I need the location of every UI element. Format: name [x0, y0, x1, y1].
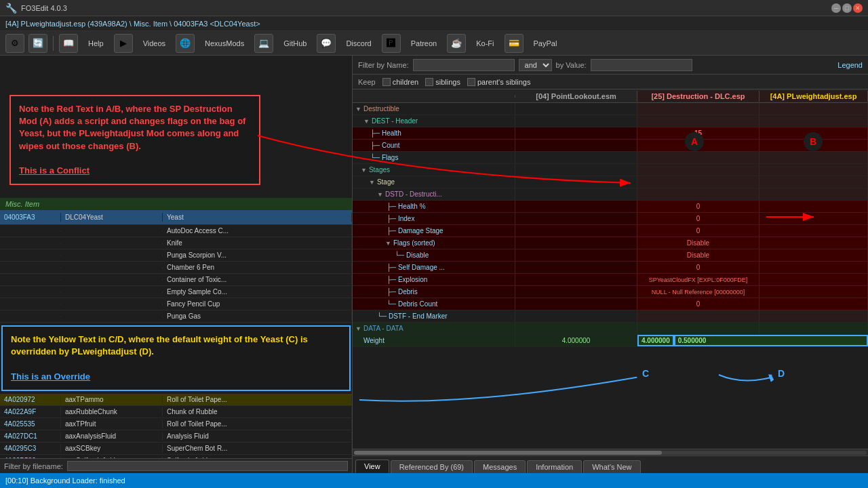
filter-name-label: Filter by Name: [358, 61, 409, 69]
tree-cell-4a [760, 298, 868, 310]
tree-cell-4a [760, 127, 868, 139]
keep-children-checkbox[interactable] [382, 78, 391, 86]
tree-row-debris[interactable]: ├─ Debris NULL - Null Reference [0000000… [353, 286, 868, 298]
list-item[interactable]: Knife [0, 237, 352, 249]
keep-siblings[interactable]: siblings [425, 78, 460, 86]
list-item[interactable]: 4A0295C3 aaxSCBkey SuperChem Bot R... [0, 443, 352, 455]
tree-cell-25 [637, 176, 760, 188]
tree-row-count[interactable]: ├─ Count 1 [353, 140, 868, 152]
override-link[interactable]: This is an Override [11, 371, 90, 382]
toolbar-help-icon[interactable]: 📖 [59, 34, 78, 53]
tree-row-dest[interactable]: ▼ DEST - Header [353, 115, 868, 127]
tree-row-destructible[interactable]: ▼ Destructible [353, 103, 868, 115]
discord-label[interactable]: Discord [340, 39, 377, 48]
tree-row-selfdamage[interactable]: ├─ Self Damage ... 0 [353, 262, 868, 274]
paypal-label[interactable]: PayPal [528, 39, 564, 48]
tree-row-dstd[interactable]: ▼ DSTD - Destructi... [353, 188, 868, 201]
horizontal-scrollbar[interactable] [353, 449, 868, 455]
tab-view[interactable]: View [355, 460, 389, 473]
filter-name-input[interactable] [413, 59, 515, 71]
list-item[interactable]: Punga Scorpion V... [0, 249, 352, 262]
tree-row-flagssorted[interactable]: ▼ Flags (sorted) Disable [353, 237, 868, 249]
toolbar-refresh[interactable]: 🔄 [28, 34, 47, 53]
tree-row-debriscount[interactable]: └─ Debris Count 0 [353, 298, 868, 310]
list-row-selected[interactable]: 04003FA3 DLC04Yeast Yeast [0, 210, 352, 225]
tree-row-stages[interactable]: ▼ Stages [353, 164, 868, 176]
nexus-label[interactable]: NexusMods [199, 39, 250, 48]
list-item[interactable]: Empty Sample Co... [0, 286, 352, 298]
tree-cell-04 [515, 298, 637, 310]
col-header-04: [04] PointLookout.esm [515, 91, 637, 102]
close-button[interactable]: ✕ [853, 3, 863, 13]
list-item[interactable]: Container of Toxic... [0, 274, 352, 286]
tree-cell-25: 1 [637, 140, 760, 151]
conflict-link[interactable]: This is a Conflict [19, 165, 90, 176]
toolbar-video-icon[interactable]: ▶ [114, 34, 133, 53]
tree-row-stage[interactable]: ▼ Stage [353, 176, 868, 188]
toolbar-discord-icon[interactable]: 💬 [317, 34, 336, 53]
tree-row-data[interactable]: ▼ DATA - DATA [353, 323, 868, 335]
tree-cell-4a [760, 274, 868, 285]
toolbar-paypal-icon[interactable]: 💳 [505, 34, 524, 53]
tree-cell-name: └─ Flags [353, 152, 515, 163]
github-label[interactable]: GitHub [277, 39, 313, 48]
keep-siblings-checkbox[interactable] [425, 78, 433, 86]
help-label[interactable]: Help [82, 39, 110, 48]
patreon-label[interactable]: Patreon [405, 39, 443, 48]
tree-cell-name: ├─ Index [353, 213, 515, 224]
item-name: AutoDoc Access C... [163, 226, 352, 235]
item-editor [61, 230, 163, 232]
tab-referenced[interactable]: Referenced By (69) [391, 460, 473, 473]
app-title: FO3Edit 4.0.3 [21, 4, 831, 12]
tree-row-dstf[interactable]: └─ DSTF - End Marker [353, 310, 868, 323]
videos-label[interactable]: Videos [137, 39, 172, 48]
tree-cell-name: ▼ Stages [353, 164, 515, 176]
tree-cell-04 [515, 262, 637, 273]
toolbar-kofi-icon[interactable]: ☕ [447, 34, 466, 53]
list-item[interactable]: 4A020972 aaxTPammo Roll of Toilet Pape..… [0, 394, 352, 406]
maximize-button[interactable]: □ [842, 3, 852, 13]
keep-children[interactable]: children [382, 78, 419, 86]
annotation-conflict: Note the Red Text in A/B, where the SP D… [9, 95, 260, 185]
legend-button[interactable]: Legend [837, 61, 863, 69]
tree-cell-name: ▼ DEST - Header [353, 115, 515, 127]
tree-row-damagestage[interactable]: ├─ Damage Stage 0 [353, 225, 868, 237]
tree-row-explosion[interactable]: ├─ Explosion SPYeastCloudFX [EXPL:0F000F… [353, 274, 868, 286]
filter-filename-input[interactable] [67, 461, 348, 471]
tree-row-flags[interactable]: └─ Flags [353, 152, 868, 164]
keep-parent-siblings[interactable]: parent's siblings [467, 78, 531, 86]
tree-cell-4a [760, 213, 868, 224]
tree-row-health[interactable]: ├─ Health 15 [353, 127, 868, 140]
toolbar-github-icon[interactable]: 💻 [254, 34, 273, 53]
list-item[interactable]: 4A022A9F aaxRubbleChunk Chunk of Rubble [0, 406, 352, 418]
scrollbar-thumb[interactable] [354, 451, 662, 455]
minimize-button[interactable]: ─ [831, 3, 841, 13]
tree-cell-4a [760, 249, 868, 261]
filter-value-input[interactable] [591, 59, 692, 71]
tree-row-index[interactable]: ├─ Index 0 [353, 213, 868, 225]
left-panel: Note the Red Text in A/B, where the SP D… [0, 56, 353, 473]
tree-row-healthpct[interactable]: ├─ Health % 0 [353, 201, 868, 213]
list-item[interactable]: Punga Gas [0, 310, 352, 323]
filter-and-select[interactable]: and or [519, 59, 552, 71]
kofi-label[interactable]: Ko-Fi [470, 39, 500, 48]
tree-cell-name: ▼ Destructible [353, 103, 515, 115]
toolbar-nexus-icon[interactable]: 🌐 [176, 34, 195, 53]
keep-children-label: children [393, 78, 419, 86]
tab-information[interactable]: Information [527, 460, 582, 473]
tab-whatsnew[interactable]: What's New [583, 460, 640, 473]
list-item[interactable]: 4A025535 aaxTPfruit Roll of Toilet Pape.… [0, 418, 352, 430]
tree-cell-25: SPYeastCloudFX [EXPL:0F000FDE] [637, 274, 760, 285]
tree-row-disable[interactable]: └─ Disable Disable [353, 249, 868, 262]
col-header-4a: [4A] PLweightadjust.esp [760, 91, 868, 102]
toolbar-settings[interactable]: ⚙ [5, 34, 24, 53]
list-item[interactable]: Chamber 6 Pen [0, 262, 352, 274]
keep-parent-siblings-checkbox[interactable] [467, 78, 475, 86]
list-item[interactable]: Fancy Pencil Cup [0, 298, 352, 310]
annotation-override: Note the Yellow Text in C/D, where the d… [1, 325, 351, 391]
tab-messages[interactable]: Messages [474, 460, 526, 473]
toolbar-patreon-icon[interactable]: 🅿 [382, 34, 401, 53]
list-item[interactable]: 4A027DC1 aaxAnalysisFluid Analysis Fluid [0, 430, 352, 443]
list-item[interactable]: AutoDoc Access C... [0, 225, 352, 237]
tree-row-weight[interactable]: Weight 4.000000 4.000000 0.500000 [353, 335, 868, 347]
